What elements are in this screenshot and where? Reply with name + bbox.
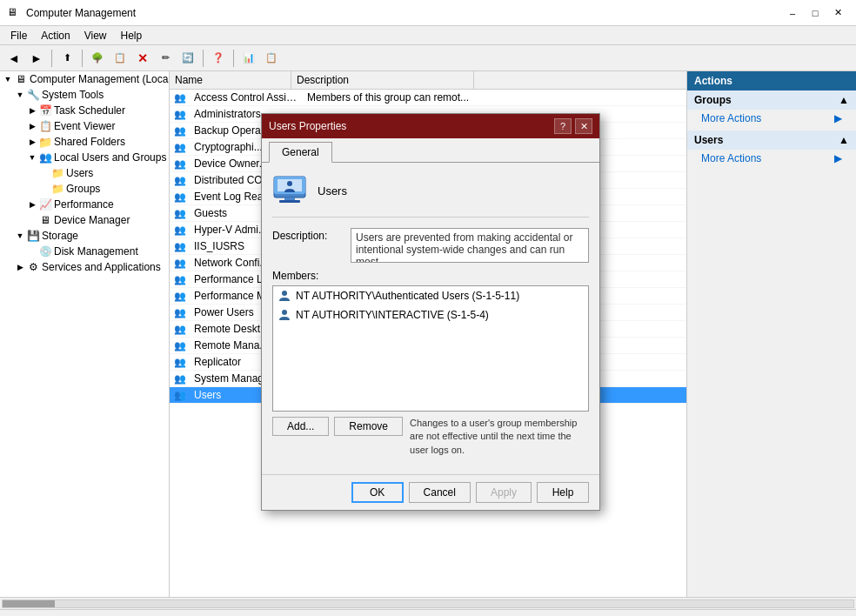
change-notice: Changes to a user's group membership are… — [410, 417, 589, 457]
actions-groups-more[interactable]: More Actions ▶ — [687, 110, 856, 127]
window-title: Computer Management — [26, 7, 136, 19]
expand-performance[interactable]: ▶ — [26, 198, 38, 211]
tree-local-users[interactable]: ▼ 👥 Local Users and Groups — [0, 150, 169, 165]
dialog-titlebar: Users Properties ? ✕ — [262, 114, 599, 138]
scrollbar-thumb — [3, 600, 55, 607]
remove-member-button[interactable]: Remove — [334, 417, 403, 436]
tree-services[interactable]: ▶ ⚙ Services and Applications — [0, 259, 169, 275]
apply-button[interactable]: Apply — [476, 482, 532, 503]
dialog-help-icon-btn[interactable]: ? — [554, 118, 572, 134]
actions-section: Actions Groups ▲ More Actions ▶ Users ▲ … — [687, 71, 856, 167]
group-icon: 👥 — [173, 206, 187, 220]
group-icon: 👥 — [173, 239, 187, 253]
member-item-authenticated-users[interactable]: NT AUTHORITY\Authenticated Users (S-1-5-… — [273, 286, 588, 305]
member-name-2: NT AUTHORITY\INTERACTIVE (S-1-5-4) — [296, 309, 489, 321]
group-icon: 👥 — [173, 124, 187, 137]
dialog-title-controls: ? ✕ — [554, 118, 592, 134]
tree-device-manager[interactable]: ▶ 🖥 Device Manager — [0, 212, 169, 228]
minimize-button[interactable]: – — [781, 4, 804, 22]
expand-storage[interactable]: ▼ — [14, 230, 26, 242]
export-button[interactable]: 📊 — [238, 48, 259, 69]
expand-system-tools[interactable]: ▼ — [14, 89, 26, 101]
dialog-group-name: Users — [318, 184, 347, 198]
tree-users[interactable]: ▶ 📁 Users — [0, 165, 169, 181]
dialog-footer: OK Cancel Apply Help — [262, 474, 599, 510]
refresh-button[interactable]: 🔄 — [177, 48, 198, 69]
tree-task-scheduler[interactable]: ▶ 📅 Task Scheduler — [0, 103, 169, 118]
svg-rect-5 — [279, 200, 300, 203]
col-name-header[interactable]: Name — [170, 71, 291, 89]
help-button[interactable]: ❓ — [208, 48, 229, 69]
title-bar: 🖥 Computer Management – □ ✕ — [0, 0, 856, 26]
expand-shared-folders[interactable]: ▶ — [26, 136, 38, 148]
tree-groups[interactable]: ▶ 📁 Groups — [0, 181, 169, 197]
expand-root[interactable]: ▼ — [2, 73, 14, 85]
close-button[interactable]: ✕ — [826, 4, 849, 22]
actions-users-more[interactable]: More Actions ▶ — [687, 150, 856, 167]
services-icon: ⚙ — [26, 260, 40, 274]
svg-point-7 — [282, 310, 287, 315]
maximize-button[interactable]: □ — [804, 4, 826, 22]
list-header: Name Description — [170, 71, 686, 90]
tree-disk-management[interactable]: ▶ 💿 Disk Management — [0, 244, 169, 259]
groups-collapse-icon: ▲ — [839, 94, 849, 106]
toolbar-separator-2 — [82, 50, 83, 67]
mmc-button[interactable]: 📋 — [261, 48, 282, 69]
system-tools-icon: 🔧 — [26, 88, 40, 102]
expand-task-scheduler[interactable]: ▶ — [26, 104, 38, 117]
properties-button[interactable]: 📋 — [110, 48, 130, 69]
up-button[interactable]: ⬆ — [57, 48, 77, 69]
tab-general[interactable]: General — [269, 142, 332, 163]
delete-button[interactable]: ✕ — [132, 48, 153, 69]
expand-services[interactable]: ▶ — [14, 261, 26, 273]
add-member-button[interactable]: Add... — [272, 417, 329, 436]
tree-performance-label: Performance — [54, 198, 114, 211]
tree-performance[interactable]: ▶ 📈 Performance — [0, 197, 169, 212]
rename-button[interactable]: ✏ — [155, 48, 176, 69]
forward-button[interactable]: ► — [26, 48, 47, 69]
expand-event-viewer[interactable]: ▶ — [26, 120, 38, 132]
toolbar: ◄ ► ⬆ 🌳 📋 ✕ ✏ 🔄 ❓ 📊 📋 — [0, 45, 856, 71]
show-hide-tree-button[interactable]: 🌳 — [87, 48, 108, 69]
group-icon: 👥 — [173, 355, 187, 369]
dialog-close-btn[interactable]: ✕ — [575, 118, 592, 134]
menu-view[interactable]: View — [77, 28, 114, 44]
actions-group-users[interactable]: Users ▲ — [687, 131, 856, 150]
horizontal-scrollbar[interactable] — [2, 599, 854, 608]
tree-event-viewer[interactable]: ▶ 📋 Event Viewer — [0, 118, 169, 134]
help-dialog-button[interactable]: Help — [537, 482, 589, 503]
group-icon: 👥 — [173, 289, 187, 303]
toolbar-separator-4 — [233, 50, 234, 67]
group-icon: 👥 — [173, 372, 187, 385]
tree-task-scheduler-label: Task Scheduler — [54, 104, 125, 117]
tree-shared-folders[interactable]: ▶ 📁 Shared Folders — [0, 134, 169, 150]
tree-storage[interactable]: ▼ 💾 Storage — [0, 228, 169, 244]
tree-root[interactable]: ▼ 🖥 Computer Management (Local — [0, 71, 169, 87]
actions-title: Actions — [687, 71, 856, 90]
list-cell-desc: Members of this group can remot... — [304, 90, 486, 104]
back-button[interactable]: ◄ — [3, 48, 24, 69]
menu-action[interactable]: Action — [34, 28, 77, 44]
shared-folders-icon: 📁 — [38, 135, 52, 149]
storage-icon: 💾 — [26, 229, 40, 243]
list-item[interactable]: 👥 Access Control Assis... Members of thi… — [170, 90, 686, 106]
cancel-button[interactable]: Cancel — [409, 482, 471, 503]
group-icon: 👥 — [173, 272, 187, 286]
col-description-header[interactable]: Description — [291, 71, 474, 89]
members-btn-row: Add... Remove — [272, 417, 403, 436]
expand-local-users[interactable]: ▼ — [26, 151, 38, 164]
group-icon: 👥 — [173, 140, 187, 154]
member-item-interactive[interactable]: NT AUTHORITY\INTERACTIVE (S-1-5-4) — [273, 305, 588, 325]
members-list: NT AUTHORITY\Authenticated Users (S-1-5-… — [272, 285, 589, 412]
status-bar — [0, 609, 856, 616]
device-manager-icon: 🖥 — [38, 213, 52, 227]
description-field[interactable]: Users are prevented from making accident… — [351, 228, 589, 263]
actions-panel: Actions Groups ▲ More Actions ▶ Users ▲ … — [686, 71, 856, 597]
tree-system-tools[interactable]: ▼ 🔧 System Tools — [0, 87, 169, 103]
actions-group-groups[interactable]: Groups ▲ — [687, 90, 856, 110]
group-icon: 👥 — [173, 322, 187, 336]
menu-help[interactable]: Help — [114, 28, 150, 44]
menu-file[interactable]: File — [3, 28, 34, 44]
event-viewer-icon: 📋 — [38, 119, 52, 133]
ok-button[interactable]: OK — [351, 482, 404, 503]
